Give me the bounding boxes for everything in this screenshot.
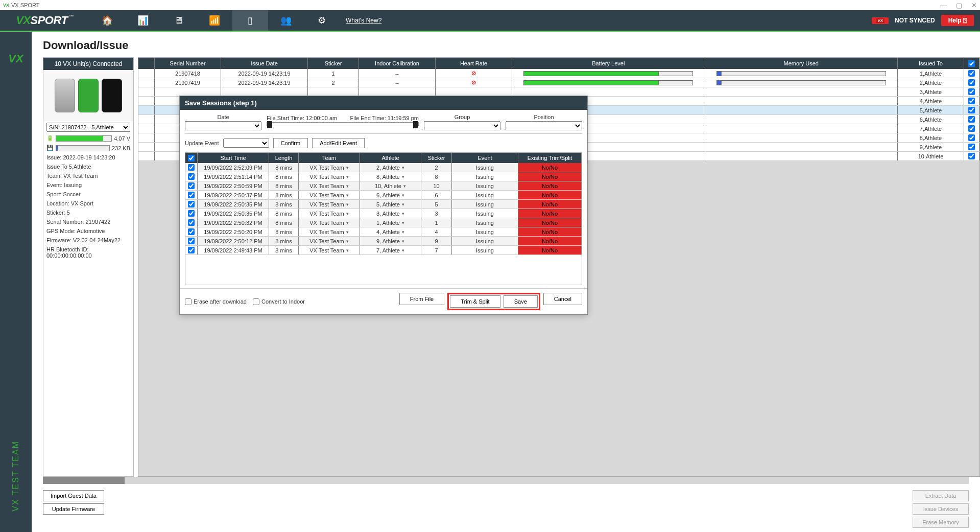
session-checkbox[interactable] [188,201,195,207]
left-rail: VX VX TEST TEAM [0,32,32,532]
erase-memory-button[interactable]: Erase Memory [913,517,969,528]
save-button[interactable]: Save [504,295,538,308]
whats-new-link[interactable]: What's New? [346,17,381,24]
session-checkbox[interactable] [188,173,195,180]
grid-header-cell: Indoor Calibration [359,58,436,69]
maximize-icon[interactable]: ▢ [956,2,962,9]
sync-badge: VX [872,17,889,24]
row-checkbox[interactable] [968,116,975,123]
session-checkbox[interactable] [188,238,195,244]
session-checkbox[interactable] [188,164,195,171]
nav-reports[interactable]: 📊 [125,10,161,31]
session-row[interactable]: 19/09/2022 2:50:35 PM8 minsVX Test Team▾… [185,200,582,209]
modal-select-all[interactable] [188,155,195,161]
grid-header-cell: Memory Used [705,58,898,69]
update-event-label: Update Event [185,140,219,146]
vx-mark: VX [3,3,9,8]
grid-header-cell [964,58,979,69]
nav-monitor[interactable]: 🖥 [161,10,197,31]
nav-team[interactable]: 👥 [268,10,304,31]
from-file-button[interactable]: From File [399,293,444,305]
gear-icon: ⚙ [318,15,326,26]
memory-bar [56,145,110,151]
cancel-button[interactable]: Cancel [543,293,582,305]
sidebar-info-line: Sticker: 5 [43,208,133,217]
session-checkbox[interactable] [188,219,195,226]
session-row[interactable]: 19/09/2022 2:50:37 PM8 minsVX Test Team▾… [185,191,582,200]
group-select[interactable] [424,121,500,130]
row-checkbox[interactable] [968,134,975,141]
position-select[interactable] [506,121,582,130]
session-checkbox[interactable] [188,228,195,235]
modal-header-cell: Sticker [421,153,452,163]
nav-device[interactable]: ▯ [232,10,268,31]
sidebar-info-line: Serial Number: 21907422 [43,217,133,226]
trim-split-button[interactable]: Trim & Split [450,295,500,308]
nav-home[interactable]: 🏠 [89,10,125,31]
import-guest-button[interactable]: Import Guest Data [43,490,104,501]
extract-data-button[interactable]: Extract Data [913,490,969,501]
grid-header-cell: Issued To [898,58,964,69]
device-grid: Serial NumberIssue DateStickerIndoor Cal… [138,57,980,477]
session-checkbox[interactable] [188,210,195,217]
session-checkbox[interactable] [188,192,195,198]
row-checkbox[interactable] [968,107,975,113]
add-edit-event-button[interactable]: Add/Edit Event [312,138,365,148]
grid-row[interactable]: 219074182022-09-19 14:23:191–⊘1,Athlete [138,69,979,78]
scroll-thumb[interactable] [43,477,125,484]
session-checkbox[interactable] [188,247,195,253]
file-start-label: File Start Time: 12:00:00 am [267,115,337,121]
nav-wireless[interactable]: 📶 [197,10,232,31]
modal-header-cell [185,153,198,163]
date-select[interactable] [185,121,261,130]
session-row[interactable]: 19/09/2022 2:52:09 PM8 minsVX Test Team▾… [185,163,582,172]
modal-header-cell: Event [452,153,518,163]
modal-header-cell: Team [299,153,360,163]
serial-select[interactable]: S/N: 21907422 - 5,Athlete [46,123,130,132]
session-row[interactable]: 19/09/2022 2:50:12 PM8 minsVX Test Team▾… [185,237,582,246]
device-icon: ▯ [248,15,253,26]
session-row[interactable]: 19/09/2022 2:50:20 PM8 minsVX Test Team▾… [185,227,582,237]
row-checkbox[interactable] [968,98,975,104]
device-sidebar: 10 VX Unit(s) Connected S/N: 21907422 - … [43,57,134,477]
minimize-icon[interactable]: — [940,2,947,9]
row-checkbox[interactable] [968,79,975,86]
range-handle-start[interactable] [267,121,272,128]
close-icon[interactable]: ✕ [971,2,977,9]
select-all-checkbox[interactable] [968,60,975,67]
users-icon: 👥 [280,15,292,26]
home-icon: 🏠 [102,15,113,26]
sidebar-info-line: HR Bluetooth ID: 00:00:00:00:00:00 [43,245,133,260]
range-handle-end[interactable] [413,121,418,128]
row-checkbox[interactable] [968,153,975,159]
modal-header-cell: Length [269,153,299,163]
issue-devices-button[interactable]: Issue Devices [913,503,969,515]
group-label: Group [455,114,470,120]
row-checkbox[interactable] [968,88,975,95]
session-row[interactable]: 19/09/2022 2:50:32 PM8 minsVX Test Team▾… [185,218,582,227]
row-checkbox[interactable] [968,125,975,132]
row-checkbox[interactable] [968,144,975,150]
device-image [43,70,133,121]
nav-settings[interactable]: ⚙ [304,10,340,31]
update-firmware-button[interactable]: Update Firmware [43,503,104,515]
session-row[interactable]: 19/09/2022 2:51:14 PM8 minsVX Test Team▾… [185,172,582,181]
confirm-button[interactable]: Confirm [273,138,308,148]
session-checkbox[interactable] [188,182,195,189]
device-icon-grey [55,79,75,112]
convert-indoor-checkbox[interactable]: Convert to Indoor [253,298,305,305]
session-row[interactable]: 19/09/2022 2:50:35 PM8 minsVX Test Team▾… [185,209,582,218]
horizontal-scrollbar[interactable] [43,477,969,484]
update-event-select[interactable] [223,138,269,148]
grid-header-cell: Heart Rate [436,58,512,69]
session-row[interactable]: 19/09/2022 2:49:43 PM8 minsVX Test Team▾… [185,246,582,255]
erase-after-checkbox[interactable]: Erase after download [185,298,247,305]
device-icon-black [102,79,122,112]
monitor-icon: 🖥 [174,15,183,26]
session-row[interactable]: 19/09/2022 2:50:59 PM8 minsVX Test Team▾… [185,181,582,191]
help-button[interactable]: Help ⍰ [941,15,974,26]
grid-row[interactable]: 219074192022-09-19 14:23:192–⊘2,Athlete [138,78,979,87]
row-checkbox[interactable] [968,70,975,77]
time-range-track[interactable] [267,122,419,126]
top-nav: VXSPORT™ 🏠 📊 🖥 📶 ▯ 👥 ⚙ What's New? VX NO… [0,10,980,32]
